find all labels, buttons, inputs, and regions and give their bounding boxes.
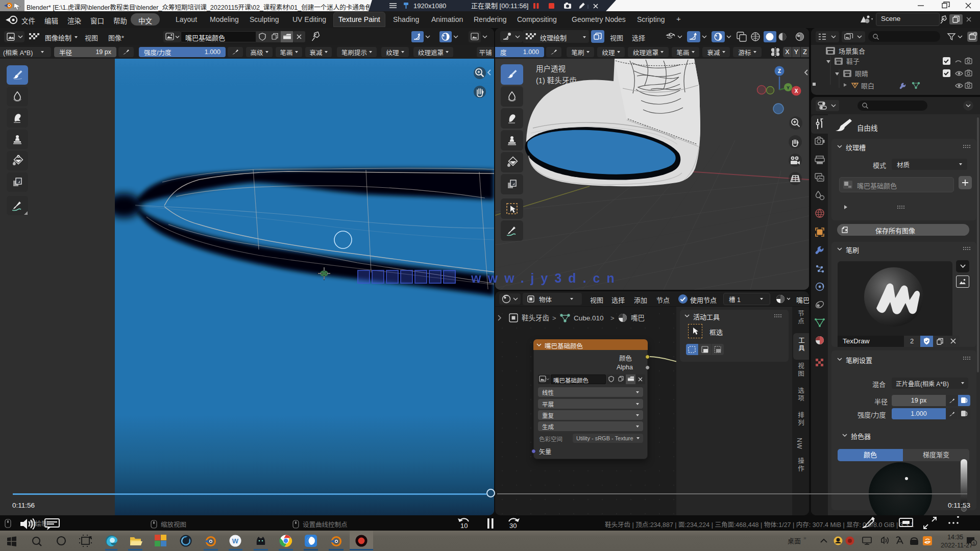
svg-text:眼白: 眼白 [861, 82, 874, 90]
svg-text:X: X [795, 88, 798, 94]
svg-text:»: » [803, 535, 806, 541]
svg-text:Z: Z [778, 68, 781, 74]
svg-text:>: > [552, 314, 556, 322]
svg-text:980x551: 980x551 [413, 2, 446, 10]
svg-text:10: 10 [460, 522, 468, 530]
svg-text:桌面: 桌面 [788, 537, 801, 545]
svg-text:W: W [232, 537, 239, 545]
svg-text:>: > [610, 314, 615, 322]
svg-text:Cube.010: Cube.010 [574, 314, 604, 322]
svg-text:14:35: 14:35 [947, 534, 963, 541]
svg-text:场景集合: 场景集合 [839, 47, 865, 55]
svg-text:眼睛: 眼睛 [855, 70, 868, 78]
svg-text:鞋头牙齿: 鞋头牙齿 [522, 314, 549, 322]
svg-text:嘴巴: 嘴巴 [631, 314, 645, 322]
svg-text:用户透视: 用户透视 [536, 65, 566, 73]
svg-text:30: 30 [509, 522, 517, 530]
svg-text:正在录制 [00:11:56]: 正在录制 [00:11:56] [471, 2, 528, 10]
svg-text:鞋子: 鞋子 [846, 58, 860, 65]
svg-text:(1) 鞋头牙齿: (1) 鞋头牙齿 [536, 77, 577, 85]
svg-text:Y: Y [787, 85, 790, 90]
svg-text:5: 5 [972, 541, 975, 546]
